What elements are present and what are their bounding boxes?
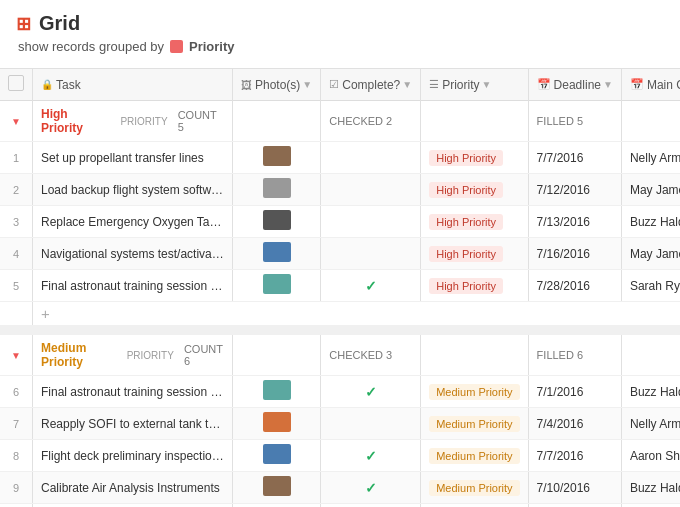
- row-task[interactable]: Calibrate Air Analysis Instruments: [33, 472, 233, 504]
- group-priority-meta: [421, 101, 528, 142]
- row-deadline[interactable]: 7/10/2016: [528, 472, 621, 504]
- row-num: 6: [0, 376, 33, 408]
- header-checkbox[interactable]: [8, 75, 24, 91]
- row-photo[interactable]: [233, 504, 321, 508]
- row-complete[interactable]: [321, 408, 421, 440]
- row-num: 2: [0, 174, 33, 206]
- row-priority[interactable]: High Priority: [421, 174, 528, 206]
- table-row: 7 Reapply SOFI to external tank thermal …: [0, 408, 680, 440]
- header-checkbox-col[interactable]: [0, 69, 33, 101]
- row-contact[interactable]: Aaron Shepard: [621, 440, 680, 472]
- row-complete[interactable]: ✓: [321, 376, 421, 408]
- row-priority[interactable]: Medium Priority: [421, 408, 528, 440]
- row-priority[interactable]: High Priority: [421, 142, 528, 174]
- row-photo[interactable]: [233, 206, 321, 238]
- group-label: PRIORITY: [127, 350, 174, 361]
- row-task[interactable]: Test Launch of PythorX Rocket: [33, 504, 233, 508]
- row-priority[interactable]: Medium Priority: [421, 440, 528, 472]
- row-photo[interactable]: [233, 408, 321, 440]
- group-arrow-cell[interactable]: ▼: [0, 335, 33, 376]
- row-deadline[interactable]: 7/7/2016: [528, 142, 621, 174]
- row-task[interactable]: Set up propellant transfer lines: [33, 142, 233, 174]
- row-task[interactable]: Reapply SOFI to external tank thermal pr…: [33, 408, 233, 440]
- row-deadline[interactable]: 7/26/2016: [528, 504, 621, 508]
- row-photo[interactable]: [233, 270, 321, 302]
- group-name: Medium Priority: [41, 341, 117, 369]
- row-num: 3: [0, 206, 33, 238]
- add-row-icon[interactable]: +: [33, 302, 681, 326]
- complete-dropdown-icon[interactable]: ▼: [402, 79, 412, 90]
- header-deadline-col[interactable]: 📅 Deadline ▼: [528, 69, 621, 101]
- row-task[interactable]: Replace Emergency Oxygen Tanks: [33, 206, 233, 238]
- row-photo[interactable]: [233, 376, 321, 408]
- row-contact[interactable]: Nelly Armstrong: [621, 504, 680, 508]
- row-complete[interactable]: ✓: [321, 440, 421, 472]
- priority-dropdown-icon[interactable]: ▼: [482, 79, 492, 90]
- row-priority[interactable]: High Priority: [421, 238, 528, 270]
- row-priority[interactable]: Medium Priority: [421, 472, 528, 504]
- header-complete-col[interactable]: ☑ Complete? ▼: [321, 69, 421, 101]
- table-row: 1 Set up propellant transfer lines High …: [0, 142, 680, 174]
- row-complete[interactable]: [321, 504, 421, 508]
- row-complete[interactable]: [321, 206, 421, 238]
- row-complete[interactable]: [321, 238, 421, 270]
- page-header: ⊞ Grid show records grouped by Priority: [0, 0, 680, 58]
- row-deadline[interactable]: 7/28/2016: [528, 270, 621, 302]
- row-deadline[interactable]: 7/1/2016: [528, 376, 621, 408]
- row-task[interactable]: Load backup flight system software into …: [33, 174, 233, 206]
- row-task[interactable]: Flight deck preliminary inspections: [33, 440, 233, 472]
- row-num: 10: [0, 504, 33, 508]
- row-photo[interactable]: [233, 174, 321, 206]
- row-deadline[interactable]: 7/4/2016: [528, 408, 621, 440]
- grid-icon: ⊞: [16, 13, 31, 35]
- row-contact[interactable]: Buzz Haldrin: [621, 376, 680, 408]
- row-priority[interactable]: Medium Priority: [421, 376, 528, 408]
- group-checked-meta: CHECKED 2: [321, 101, 421, 142]
- photo-label: Photo(s): [255, 78, 300, 92]
- row-contact[interactable]: Nelly Armstrong: [621, 408, 680, 440]
- header-photo-col[interactable]: 🖼 Photo(s) ▼: [233, 69, 321, 101]
- row-contact[interactable]: May Jameson: [621, 238, 680, 270]
- row-photo[interactable]: [233, 142, 321, 174]
- row-photo[interactable]: [233, 472, 321, 504]
- subtitle-group: Priority: [189, 39, 235, 54]
- photo-thumb: [263, 210, 291, 230]
- row-photo[interactable]: [233, 238, 321, 270]
- row-deadline[interactable]: 7/12/2016: [528, 174, 621, 206]
- row-contact[interactable]: Sarah Ryder: [621, 270, 680, 302]
- photo-thumb: [263, 444, 291, 464]
- group-name: High Priority: [41, 107, 110, 135]
- group-checked-meta: CHECKED 3: [321, 335, 421, 376]
- deadline-dropdown-icon[interactable]: ▼: [603, 79, 613, 90]
- row-complete[interactable]: [321, 174, 421, 206]
- row-complete[interactable]: ✓: [321, 270, 421, 302]
- row-contact[interactable]: Buzz Haldrin: [621, 206, 680, 238]
- group-arrow-icon[interactable]: ▼: [11, 116, 21, 127]
- row-deadline[interactable]: 7/13/2016: [528, 206, 621, 238]
- row-task[interactable]: Navigational systems test/activation: [33, 238, 233, 270]
- row-deadline[interactable]: 7/7/2016: [528, 440, 621, 472]
- header-contact-col[interactable]: 📅 Main Contact ▼: [621, 69, 680, 101]
- group-contact-meta: [621, 335, 680, 376]
- photo-dropdown-icon[interactable]: ▼: [302, 79, 312, 90]
- row-contact[interactable]: Buzz Haldrin: [621, 472, 680, 504]
- row-priority[interactable]: Medium Priority: [421, 504, 528, 508]
- row-complete[interactable]: [321, 142, 421, 174]
- row-task[interactable]: Final astronaut training session in neut…: [33, 270, 233, 302]
- add-row-high[interactable]: +: [0, 302, 680, 326]
- header-priority-col[interactable]: ☰ Priority ▼: [421, 69, 528, 101]
- group-arrow-icon[interactable]: ▼: [11, 350, 21, 361]
- row-contact[interactable]: May Jameson: [621, 174, 680, 206]
- table-row: 2 Load backup flight system software int…: [0, 174, 680, 206]
- row-complete[interactable]: ✓: [321, 472, 421, 504]
- row-num: 4: [0, 238, 33, 270]
- row-deadline[interactable]: 7/16/2016: [528, 238, 621, 270]
- photo-thumb: [263, 380, 291, 400]
- row-priority[interactable]: High Priority: [421, 270, 528, 302]
- row-priority[interactable]: High Priority: [421, 206, 528, 238]
- row-photo[interactable]: [233, 440, 321, 472]
- row-num: 9: [0, 472, 33, 504]
- row-contact[interactable]: Nelly Armstrong: [621, 142, 680, 174]
- row-task[interactable]: Final astronaut training session in KC-1…: [33, 376, 233, 408]
- group-arrow-cell[interactable]: ▼: [0, 101, 33, 142]
